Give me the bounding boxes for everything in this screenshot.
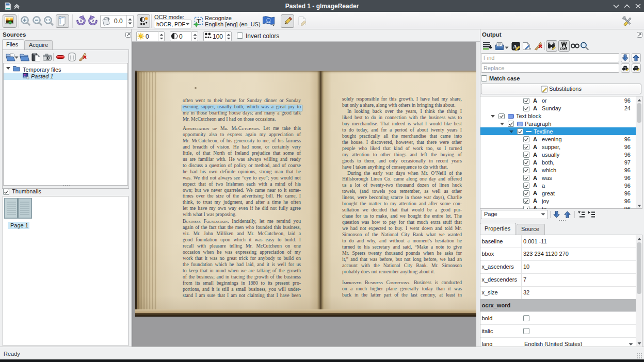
svg-text:1:1: 1:1	[46, 19, 51, 22]
